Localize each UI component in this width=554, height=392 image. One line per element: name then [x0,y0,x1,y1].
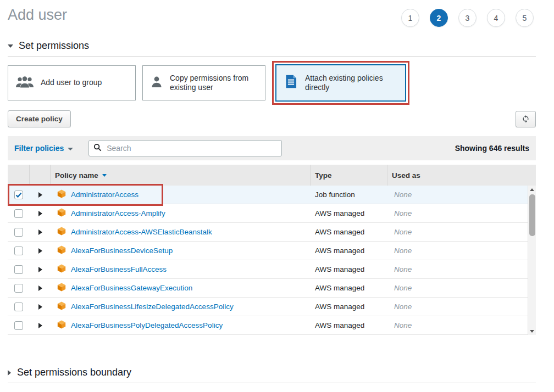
policy-cube-icon [57,301,66,312]
policy-table-row[interactable]: AdministratorAccess-AWSElasticBeanstalk … [8,223,536,242]
row-expander-icon[interactable] [38,323,42,328]
policy-type: AWS managed [311,303,387,311]
header-policy-name[interactable]: Policy name [51,165,311,186]
step-5[interactable]: 5 [516,9,534,27]
row-checkbox[interactable] [14,265,23,274]
row-expander-icon[interactable] [38,304,42,310]
filter-policies-label: Filter policies [14,144,64,153]
policy-cube-icon [57,208,66,219]
policy-name-link[interactable]: AlexaForBusinessDeviceSetup [71,247,173,255]
policy-used-as: None [387,228,536,236]
option-copy-permissions[interactable]: Copy permissions from existing user [142,65,265,100]
annotation-box-attach-policies: Attach existing policies directly [272,61,409,105]
policy-table-row[interactable]: AlexaForBusinessFullAccess AWS managed N… [8,260,536,279]
row-checkbox[interactable] [14,228,23,237]
policy-cube-icon [57,283,66,293]
policy-toolbar: Create policy [8,110,536,127]
policy-name-link[interactable]: AlexaForBusinessLifesizeDelegatedAccessP… [71,303,234,311]
policy-table-row[interactable]: AdministratorAccess Job function None [8,186,536,204]
create-policy-button[interactable]: Create policy [8,110,71,127]
header-type-label: Type [315,171,332,180]
policy-name-link[interactable]: AlexaForBusinessFullAccess [71,265,167,273]
set-permissions-boundary-label: Set permissions boundary [17,367,131,378]
set-permissions-label: Set permissions [19,40,89,52]
policy-name-link[interactable]: AdministratorAccess [71,191,138,199]
row-expander-icon[interactable] [38,211,42,216]
policy-table-row[interactable]: AlexaForBusinessLifesizeDelegatedAccessP… [8,298,536,316]
refresh-button[interactable] [516,111,536,127]
group-icon [15,76,34,91]
step-4[interactable]: 4 [487,9,505,27]
step-3[interactable]: 3 [458,9,477,27]
row-checkbox[interactable] [14,321,23,330]
row-checkbox[interactable] [14,191,23,199]
header-policy-name-label: Policy name [55,171,98,180]
policy-name-link[interactable]: AlexaForBusinessGatewayExecution [71,284,192,292]
table-scrollbar[interactable] [528,186,536,335]
option-attach-existing-policies-label: Attach existing policies directly [305,74,398,93]
scrollbar-thumb[interactable] [529,194,535,236]
permissions-boundary-section: Set permissions boundary [8,367,536,383]
policy-used-as: None [387,303,536,311]
policy-used-as: None [387,265,536,273]
policy-name-link[interactable]: AlexaForBusinessPolyDelegatedAccessPolic… [71,321,223,329]
policy-used-as: None [387,191,536,199]
search-icon [93,143,102,154]
policy-used-as: None [387,284,536,292]
filter-bar: Filter policies Showing 646 results [8,136,536,160]
policy-cube-icon [57,189,66,200]
policy-name-link[interactable]: AdministratorAccess-Amplify [71,209,165,217]
scrollbar-up-arrow[interactable] [528,186,536,193]
row-expander-icon[interactable] [38,267,42,272]
option-attach-existing-policies[interactable]: Attach existing policies directly [275,64,406,102]
policy-table-header: Policy name Type Used as [8,165,536,186]
policy-table-body: AdministratorAccess Job function None [8,186,536,335]
option-add-user-to-group-label: Add user to group [41,78,102,88]
results-count: Showing 646 results [455,144,529,153]
sort-descending-icon [102,174,107,177]
row-checkbox[interactable] [14,303,23,311]
set-permissions-boundary-heading[interactable]: Set permissions boundary [8,367,536,378]
set-permissions-heading[interactable]: Set permissions [8,40,536,52]
policy-used-as: None [387,247,536,255]
document-icon [284,74,298,92]
row-expander-icon[interactable] [38,248,42,254]
policy-used-as: None [387,321,536,329]
policy-used-as: None [387,209,536,217]
step-indicator: 12345 [401,9,534,27]
policy-type: AWS managed [311,247,387,255]
search-box[interactable] [88,140,282,156]
scrollbar-down-arrow[interactable] [528,327,536,335]
row-expander-icon[interactable] [38,285,42,291]
policy-table-row[interactable]: AlexaForBusinessDeviceSetup AWS managed … [8,242,536,260]
policy-cube-icon [57,264,66,275]
row-expander-icon[interactable] [38,192,42,198]
policy-table-row[interactable]: AdministratorAccess-Amplify AWS managed … [8,204,536,223]
policy-table-row[interactable]: AlexaForBusinessGatewayExecution AWS man… [8,279,536,298]
policy-type: AWS managed [311,209,387,217]
add-user-page: Add user 12345 Set permissions Ad [8,0,536,383]
policy-cube-icon [57,245,66,256]
policy-cube-icon [57,227,66,237]
policy-table-row[interactable]: AlexaForBusinessPolyDelegatedAccessPolic… [8,316,536,335]
search-input[interactable] [106,143,277,153]
collapse-triangle-icon [8,44,13,48]
policy-type: AWS managed [311,265,387,273]
filter-policies-dropdown[interactable]: Filter policies [14,144,73,153]
step-2[interactable]: 2 [430,9,448,27]
row-checkbox[interactable] [14,247,23,255]
policy-table-body-wrap: AdministratorAccess Job function None [8,186,536,335]
expand-triangle-icon [8,370,11,376]
policy-type: AWS managed [311,284,387,292]
policy-table: Policy name Type Used as [8,165,536,335]
row-checkbox[interactable] [14,284,23,293]
step-1[interactable]: 1 [401,9,419,27]
policy-name-link[interactable]: AdministratorAccess-AWSElasticBeanstalk [71,228,212,236]
row-expander-icon[interactable] [38,229,42,235]
option-copy-permissions-label: Copy permissions from existing user [170,74,258,93]
option-add-user-to-group[interactable]: Add user to group [8,65,136,100]
policy-cube-icon [57,320,66,331]
policy-type: AWS managed [311,228,387,236]
header-expander-column [30,165,51,186]
row-checkbox[interactable] [14,209,23,218]
